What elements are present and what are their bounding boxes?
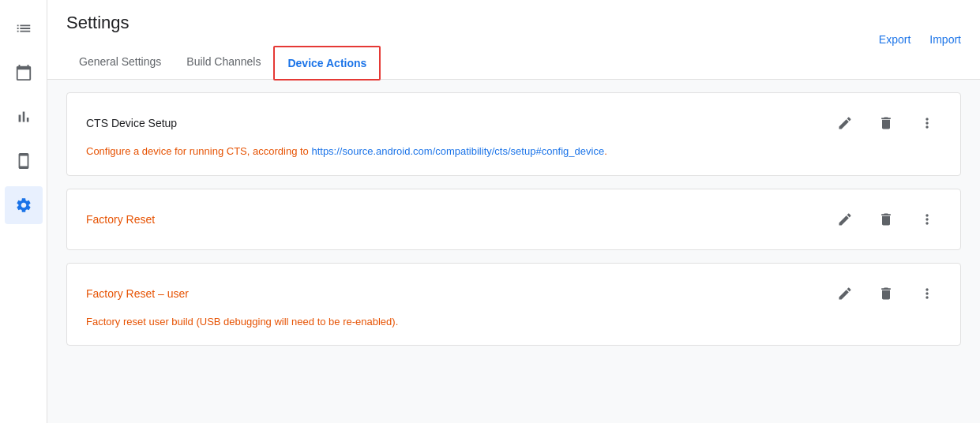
device-icon (15, 152, 32, 170)
main-content: Settings General Settings Build Channels… (47, 0, 980, 423)
edit-icon (837, 212, 853, 227)
import-link[interactable]: Import (929, 33, 961, 46)
card-header-cts: CTS Device Setup (86, 109, 941, 137)
sidebar-item-list[interactable] (5, 9, 43, 47)
sidebar (0, 0, 47, 423)
tab-device-actions[interactable]: Device Actions (273, 46, 381, 80)
calendar-icon (15, 64, 32, 81)
edit-icon (837, 286, 853, 301)
edit-button-factory-reset[interactable] (831, 205, 859, 234)
sidebar-item-device[interactable] (5, 142, 43, 180)
edit-button-cts[interactable] (831, 109, 859, 137)
card-actions-cts (831, 109, 941, 137)
card-title-cts: CTS Device Setup (86, 117, 177, 129)
export-link[interactable]: Export (879, 33, 911, 46)
delete-button-factory-reset[interactable] (872, 205, 900, 234)
card-title-factory-reset-user: Factory Reset – user (86, 287, 189, 300)
tab-build-channels[interactable]: Build Channels (174, 46, 273, 79)
more-button-factory-reset[interactable] (913, 205, 941, 234)
sidebar-item-calendar[interactable] (5, 54, 43, 92)
header: Settings General Settings Build Channels… (47, 0, 980, 80)
card-description-factory-reset-user: Factory reset user build (USB debugging … (86, 314, 941, 330)
card-title-factory-reset: Factory Reset (86, 213, 155, 226)
delete-icon (878, 286, 894, 301)
more-vert-icon (919, 286, 935, 301)
card-actions-factory-reset (831, 205, 941, 234)
page-title: Settings (66, 13, 381, 33)
more-vert-icon (919, 212, 935, 227)
tab-general-settings[interactable]: General Settings (66, 46, 174, 79)
content-area: CTS Device Setup (47, 80, 980, 423)
card-factory-reset: Factory Reset (66, 189, 961, 250)
sidebar-item-settings[interactable] (5, 186, 43, 224)
sidebar-item-analytics[interactable] (5, 98, 43, 136)
delete-icon (878, 115, 894, 131)
analytics-icon (15, 108, 32, 125)
header-right: Export Import (879, 33, 961, 46)
card-header-factory-reset-user: Factory Reset – user (86, 279, 941, 308)
delete-button-cts[interactable] (872, 109, 900, 137)
more-button-cts[interactable] (913, 109, 941, 137)
list-icon (15, 20, 32, 37)
edit-button-factory-reset-user[interactable] (831, 279, 859, 308)
header-left: Settings General Settings Build Channels… (66, 13, 381, 79)
card-actions-factory-reset-user (831, 279, 941, 308)
card-description-cts: Configure a device for running CTS, acco… (86, 144, 941, 159)
more-button-factory-reset-user[interactable] (913, 279, 941, 308)
tabs-container: General Settings Build Channels Device A… (66, 46, 381, 79)
card-header-factory-reset: Factory Reset (86, 205, 941, 234)
card-factory-reset-user: Factory Reset – user (66, 263, 961, 346)
card-cts-device-setup: CTS Device Setup (66, 92, 961, 176)
edit-icon (837, 115, 853, 131)
delete-icon (878, 212, 894, 227)
settings-icon (15, 197, 32, 214)
more-vert-icon (919, 115, 935, 131)
delete-button-factory-reset-user[interactable] (872, 279, 900, 308)
cts-link[interactable]: https://source.android.com/compatibility… (311, 145, 604, 157)
